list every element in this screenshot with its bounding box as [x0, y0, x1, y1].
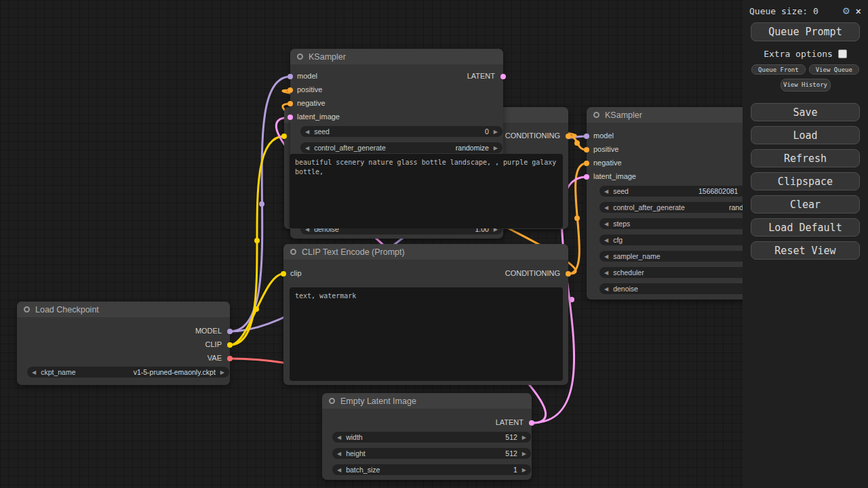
stepper-left-icon[interactable]: ◀ — [337, 467, 341, 473]
output-port-conditioning-dot[interactable] — [566, 134, 571, 139]
input-port-label: positive — [593, 145, 618, 153]
input-port-negative-dot[interactable] — [584, 161, 589, 166]
widget-label: steps — [613, 220, 630, 228]
stepper-left-icon[interactable]: ◀ — [305, 145, 309, 151]
stepper-left-icon[interactable]: ◀ — [604, 221, 608, 227]
output-port-vae-dot[interactable] — [227, 356, 233, 361]
input-port-label: latent_image — [593, 172, 636, 180]
widget-label: control_after_generate — [314, 144, 386, 152]
stepper-right-icon[interactable]: ▶ — [522, 434, 526, 441]
graph-canvas[interactable]: CLIP Text Encode (Prompt) clip CONDITION… — [0, 0, 868, 488]
widget-label: sampler_name — [613, 252, 660, 260]
input-port-label: latent_image — [297, 113, 340, 121]
save-button[interactable]: Save — [751, 103, 860, 121]
widget-value: 1 — [513, 466, 517, 474]
widget-label: seed — [613, 187, 629, 195]
clipspace-button[interactable]: Clipspace — [751, 172, 860, 190]
stepper-left-icon[interactable]: ◀ — [604, 237, 608, 243]
input-port-clip-dot[interactable] — [281, 271, 286, 277]
widget-value: 512 — [505, 449, 517, 458]
refresh-button[interactable]: Refresh — [751, 149, 860, 167]
node-title-bar[interactable]: KSampler — [290, 49, 503, 64]
positive-prompt-textarea[interactable]: beautiful scenery nature glass bottle la… — [290, 154, 563, 228]
input-port-latent-image-dot[interactable] — [288, 115, 293, 120]
output-port-clip-dot[interactable] — [227, 342, 233, 348]
node-title: CLIP Text Encode (Prompt) — [302, 247, 405, 257]
stepper-left-icon[interactable]: ◀ — [337, 451, 341, 457]
output-port-latent-dot[interactable] — [500, 74, 506, 79]
widget-height[interactable]: ◀ height 512 ▶ — [332, 448, 531, 459]
input-port-label: model — [297, 72, 317, 80]
extra-options-label: Extra options — [764, 49, 833, 59]
extra-options-checkbox[interactable] — [838, 49, 847, 58]
link-midpoint-dot — [254, 238, 260, 243]
widget-value: v1-5-pruned-emaonly.ckpt — [134, 368, 216, 376]
collapse-dot[interactable] — [593, 112, 599, 118]
widget-label: ckpt_name — [41, 368, 75, 376]
stepper-right-icon[interactable]: ▶ — [220, 369, 224, 375]
stepper-left-icon[interactable]: ◀ — [32, 369, 36, 375]
output-port-label: LATENT — [467, 72, 495, 80]
node-empty-latent-image[interactable]: Empty Latent Image LATENT ◀ width 512 ▶ … — [322, 393, 532, 480]
input-port-positive-dot[interactable] — [288, 87, 293, 93]
node-title: KSampler — [605, 110, 642, 120]
stepper-left-icon[interactable]: ◀ — [604, 205, 608, 211]
close-icon[interactable]: ✕ — [856, 6, 861, 16]
queue-prompt-button[interactable]: Queue Prompt — [751, 22, 860, 41]
stepper-right-icon[interactable]: ▶ — [494, 145, 498, 151]
widget-value: 0 — [485, 127, 489, 136]
output-port-label: VAE — [208, 354, 222, 362]
stepper-right-icon[interactable]: ▶ — [494, 129, 498, 135]
clear-button[interactable]: Clear — [751, 195, 860, 214]
collapse-dot[interactable] — [297, 54, 303, 60]
reset-view-button[interactable]: Reset View — [751, 241, 860, 260]
input-port-clip-dot[interactable] — [281, 134, 287, 139]
widget-control-after-generate[interactable]: ◀ control_after_generate randomize ▶ — [300, 142, 502, 153]
node-title-bar[interactable]: Empty Latent Image — [322, 393, 532, 409]
settings-gear-icon[interactable]: ⚙ — [843, 5, 850, 16]
input-port-model-dot[interactable] — [288, 74, 293, 79]
input-port-label: clip — [290, 269, 302, 277]
view-history-button[interactable]: View History — [781, 79, 831, 92]
stepper-left-icon[interactable]: ◀ — [604, 188, 608, 195]
widget-width[interactable]: ◀ width 512 ▶ — [332, 432, 531, 443]
stepper-right-icon[interactable]: ▶ — [522, 451, 526, 457]
queue-front-button[interactable]: Queue Front — [751, 64, 806, 75]
comfy-menu-panel: Queue size: 0 ⚙ ✕ Queue Prompt Extra opt… — [743, 0, 868, 488]
view-queue-button[interactable]: View Queue — [809, 64, 859, 75]
link-midpoint-dot — [254, 306, 259, 312]
stepper-left-icon[interactable]: ◀ — [337, 434, 341, 441]
load-button[interactable]: Load — [751, 126, 860, 144]
menu-header: Queue size: 0 ⚙ ✕ — [743, 0, 868, 18]
input-port-model-dot[interactable] — [584, 134, 589, 139]
widget-ckpt-name[interactable]: ◀ ckpt_name v1-5-pruned-emaonly.ckpt ▶ — [27, 367, 229, 378]
link-midpoint-dot — [574, 140, 580, 146]
output-port-model-dot[interactable] — [227, 329, 233, 334]
collapse-dot[interactable] — [290, 249, 296, 255]
input-port-positive-dot[interactable] — [584, 147, 589, 152]
node-title-bar[interactable]: CLIP Text Encode (Prompt) — [283, 244, 568, 260]
widget-seed[interactable]: ◀ seed 0 ▶ — [300, 126, 502, 137]
collapse-dot[interactable] — [329, 398, 335, 404]
widget-label: denoise — [613, 285, 638, 293]
menu-button-list: Save Load Refresh Clipspace Clear Load D… — [743, 103, 868, 260]
node-title: Load Checkpoint — [35, 305, 99, 314]
stepper-left-icon[interactable]: ◀ — [604, 286, 608, 292]
load-default-button[interactable]: Load Default — [751, 218, 860, 237]
node-title-bar[interactable]: Load Checkpoint — [17, 302, 230, 317]
link-midpoint-dot — [259, 201, 264, 207]
widget-label: width — [346, 433, 363, 441]
stepper-left-icon[interactable]: ◀ — [305, 129, 309, 135]
input-port-latent-image-dot[interactable] — [584, 174, 589, 180]
output-port-conditioning-dot[interactable] — [566, 271, 571, 277]
stepper-right-icon[interactable]: ▶ — [522, 467, 526, 473]
node-load-checkpoint[interactable]: Load Checkpoint MODEL CLIP VAE ◀ ckpt_na… — [17, 302, 230, 385]
output-port-latent-dot[interactable] — [529, 420, 534, 426]
stepper-left-icon[interactable]: ◀ — [604, 270, 608, 276]
widget-label: control_after_generate — [613, 203, 685, 211]
stepper-left-icon[interactable]: ◀ — [604, 253, 608, 260]
collapse-dot[interactable] — [24, 306, 30, 312]
negative-prompt-textarea[interactable]: text, watermark — [290, 287, 563, 381]
widget-batch-size[interactable]: ◀ batch_size 1 ▶ — [332, 464, 531, 475]
input-port-negative-dot[interactable] — [288, 101, 293, 106]
